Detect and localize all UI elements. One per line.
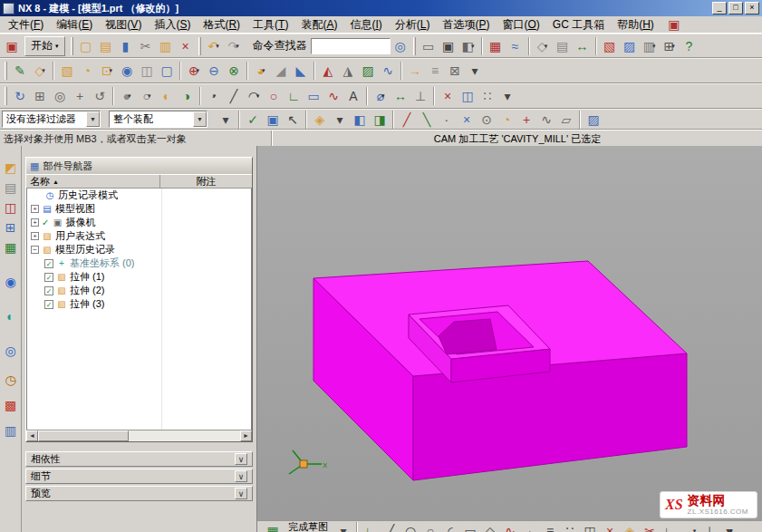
mdi-window-icon[interactable]: ▣ <box>664 15 684 34</box>
scrollbar-thumb[interactable] <box>38 430 129 441</box>
show-hide-icon[interactable]: ▧ <box>600 36 620 56</box>
menu-item[interactable]: 分析(L) <box>389 17 437 32</box>
snap-control-icon[interactable]: ∙ <box>437 110 457 130</box>
display-menu-icon[interactable]: ▥▾ <box>640 36 660 56</box>
quick-trim-tool-icon[interactable]: ✂ <box>640 521 660 532</box>
menu-item[interactable]: 工具(T) <box>246 17 294 32</box>
constraint-navigator-icon[interactable]: ⊞ <box>2 218 20 237</box>
pattern-curve-icon[interactable]: ∷ <box>477 86 497 106</box>
sew-icon[interactable]: ∿ <box>378 61 398 81</box>
trim-body-icon[interactable]: ◭ <box>318 61 338 81</box>
title-bar[interactable]: NX 8 - 建模 - [模型1.prt （修改的）] _ □ × <box>0 0 762 16</box>
constraints-tool-icon[interactable]: ⊥ <box>699 521 719 532</box>
dimension-icon[interactable]: ↔ <box>391 86 410 106</box>
undo-icon[interactable]: ↶▾ <box>204 36 224 56</box>
menu-item[interactable]: 文件(F) <box>2 17 50 32</box>
expand-icon[interactable]: + <box>31 205 39 213</box>
paste-icon[interactable]: ▥ <box>156 36 176 56</box>
text-curve-icon[interactable]: A <box>343 86 363 106</box>
rectangle-icon[interactable]: ▭ <box>304 86 323 106</box>
studio-render-icon[interactable]: ◐ <box>157 86 177 106</box>
close-button[interactable]: × <box>745 2 759 15</box>
move-object-icon[interactable]: ↔ <box>573 36 593 56</box>
panel-section-1[interactable]: 细节∨ <box>25 469 253 484</box>
subtract-icon[interactable]: ⊖ <box>204 61 224 81</box>
tree-item[interactable]: ✓+基准坐标系 (0) <box>27 256 251 270</box>
selection-scope-dropdown[interactable]: 整个装配 ▼ <box>109 111 207 128</box>
profile-icon[interactable]: ∟ <box>284 86 304 106</box>
menu-item[interactable]: 编辑(E) <box>50 17 99 32</box>
feature-checkbox[interactable]: ✓ <box>44 273 53 282</box>
rib-icon[interactable]: ◫ <box>137 61 157 81</box>
polygon-tool-icon[interactable]: ◇ <box>480 521 500 532</box>
start-button[interactable]: 开始 ▾ <box>24 36 65 56</box>
tree-item[interactable]: +▨用户表达式 <box>27 229 251 243</box>
edge-blend-icon[interactable]: ◕▾ <box>251 61 271 81</box>
fillet-tool-icon[interactable]: ◜ <box>440 521 460 532</box>
chevron-down-icon[interactable]: ∨ <box>235 488 247 499</box>
highlight-icon[interactable]: ◈ <box>310 110 330 130</box>
assembly-constraints-icon[interactable]: ▦ <box>486 36 506 56</box>
menu-item[interactable]: 插入(S) <box>148 17 197 32</box>
rotate-view-icon[interactable]: ↺ <box>90 86 110 106</box>
system-scenes-icon[interactable]: ▤ <box>2 179 20 197</box>
scale-body-icon[interactable]: ⊠ <box>445 61 465 81</box>
menu-item[interactable]: 视图(V) <box>99 17 148 32</box>
face-analysis-icon[interactable]: ◑ <box>177 86 197 106</box>
menu-item[interactable]: 首选项(P) <box>436 17 496 32</box>
menu-item[interactable]: 帮助(H) <box>611 17 661 32</box>
sketch-name-icon[interactable]: ▾ <box>333 521 353 532</box>
tree-item[interactable]: ◷历史记录模式 <box>27 189 251 202</box>
quick-trim-icon[interactable]: × <box>438 86 458 106</box>
spline-tool-icon[interactable]: ∿ <box>500 521 520 532</box>
wcs-triad[interactable]: X <box>280 445 327 483</box>
snap-end-icon[interactable]: ╱ <box>397 110 417 130</box>
wave-linker-icon[interactable]: ≈ <box>506 36 526 56</box>
chamfer-icon[interactable]: ◢ <box>271 61 291 81</box>
assembly-navigator-icon[interactable]: ◫ <box>2 198 20 217</box>
measure-distance-icon[interactable]: ⌀▾ <box>371 86 391 106</box>
capture-icon[interactable]: ▣ <box>439 36 458 56</box>
panel-section-2[interactable]: 预览∨ <box>25 486 253 501</box>
face-rule-icon[interactable]: ◧ <box>350 110 370 130</box>
snap-point-on-face-icon[interactable]: ▱ <box>556 110 576 130</box>
restore-button[interactable]: □ <box>728 2 743 15</box>
open-icon[interactable]: ▤ <box>96 36 116 56</box>
datum-plane-icon[interactable]: ◇▾ <box>30 61 50 81</box>
view-orientation-icon[interactable]: ◇▾ <box>533 36 553 56</box>
curve-more-icon[interactable]: ▾ <box>497 86 517 106</box>
snap-point-on-curve-icon[interactable]: ∿ <box>536 110 556 130</box>
part-navigator-icon[interactable]: ▦ <box>2 238 20 256</box>
rectangle-tool-icon[interactable]: ▭ <box>460 521 480 532</box>
split-body-icon[interactable]: ◮ <box>338 61 358 81</box>
menu-item[interactable]: GC 工具箱 <box>546 17 611 32</box>
fit-view-icon[interactable]: ⊞ <box>30 86 50 106</box>
inside-only-icon[interactable]: ▾ <box>330 110 350 130</box>
draft-icon[interactable]: ◣ <box>291 61 311 81</box>
chevron-down-icon[interactable]: ▼ <box>86 111 100 127</box>
intersection-point-icon[interactable]: × <box>600 521 620 532</box>
panel-section-0[interactable]: 相依性∨ <box>25 451 253 467</box>
feature-more-icon[interactable]: ▾ <box>465 61 485 81</box>
feature-checkbox[interactable]: ✓ <box>44 259 53 268</box>
touch-window-icon[interactable]: ▭ <box>419 36 439 56</box>
help-context-icon[interactable]: ? <box>680 36 699 56</box>
point-icon[interactable]: ∙▾ <box>204 86 224 106</box>
web-browser-icon[interactable]: ◎ <box>2 342 20 360</box>
scroll-left-icon[interactable]: ◄ <box>26 430 38 441</box>
dialog-window-icon[interactable]: ▣ <box>2 36 22 56</box>
arc-icon[interactable]: ◠▾ <box>244 86 264 106</box>
feature-checkbox[interactable]: ✓ <box>44 286 53 295</box>
intersect-icon[interactable]: ⊗ <box>224 61 244 81</box>
refresh-icon[interactable]: ↻ <box>10 86 30 106</box>
chevron-down-icon[interactable]: ▼ <box>193 111 207 127</box>
pan-icon[interactable]: + <box>70 86 90 106</box>
menu-item[interactable]: 装配(A) <box>294 17 343 32</box>
mirror-tool-icon[interactable]: ◫ <box>580 521 600 532</box>
window-menu-icon[interactable]: ⊞▾ <box>660 36 680 56</box>
part-navigator-header[interactable]: ▦ 部件导航器 <box>26 158 252 174</box>
finish-sketch-label[interactable]: 完成草图 <box>288 521 328 532</box>
sketch-icon[interactable]: ✎ <box>10 61 30 81</box>
hole-icon[interactable]: ◉ <box>117 61 137 81</box>
snap-arc-center-icon[interactable]: ⊙ <box>477 110 497 130</box>
